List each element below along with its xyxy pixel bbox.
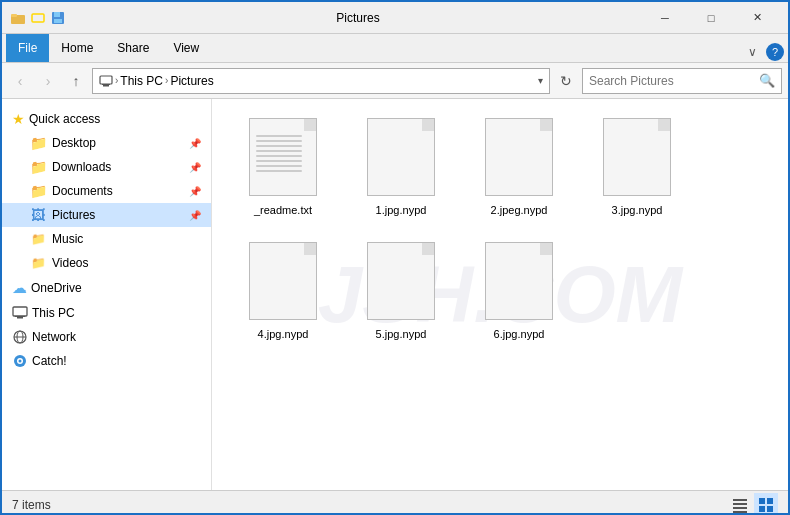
file-icon-page (249, 118, 317, 196)
file-icon (601, 118, 673, 198)
sidebar-network-label: Network (32, 330, 76, 344)
sidebar-item-documents[interactable]: 📁 Documents 📌 (2, 179, 211, 203)
sidebar-onedrive-label: OneDrive (31, 281, 82, 295)
sidebar-catch-label: Catch! (32, 354, 67, 368)
ribbon-help-button[interactable]: ? (766, 43, 784, 61)
this-pc-icon (12, 305, 28, 321)
sidebar-videos-label: Videos (52, 256, 88, 270)
ribbon-tabs: File Home Share View ∨ ? (2, 34, 788, 62)
grid-view-button[interactable] (754, 493, 778, 516)
file-icon (247, 242, 319, 322)
file-icon (247, 118, 319, 198)
file-item[interactable]: 1.jpg.nypd (346, 109, 456, 225)
svg-rect-23 (767, 498, 773, 504)
tab-view[interactable]: View (161, 34, 211, 62)
path-sep-1: › (115, 75, 118, 86)
file-item[interactable]: 3.jpg.nypd (582, 109, 692, 225)
desktop-folder-icon: 📁 (30, 135, 46, 151)
address-path[interactable]: › This PC › Pictures ▾ (92, 68, 550, 94)
sidebar-item-pictures[interactable]: 🖼 Pictures 📌 (2, 203, 211, 227)
up-button[interactable]: ↑ (64, 69, 88, 93)
tab-share[interactable]: Share (105, 34, 161, 62)
file-icon-page (603, 118, 671, 196)
catch-icon (12, 353, 28, 369)
file-item[interactable]: 6.jpg.nypd (464, 233, 574, 349)
file-item[interactable]: 5.jpg.nypd (346, 233, 456, 349)
sidebar-this-pc-label: This PC (32, 306, 75, 320)
svg-rect-4 (54, 12, 60, 17)
svg-point-17 (19, 360, 22, 363)
downloads-pin-icon: 📌 (189, 162, 201, 173)
svg-rect-21 (733, 511, 747, 513)
file-line (256, 150, 302, 152)
svg-rect-7 (103, 85, 109, 87)
ribbon-chevron-icon[interactable]: ∨ (742, 42, 762, 62)
sidebar-documents-label: Documents (52, 184, 113, 198)
svg-rect-1 (11, 14, 17, 17)
view-controls (728, 493, 778, 516)
file-icon-page (485, 118, 553, 196)
refresh-button[interactable]: ↻ (554, 69, 578, 93)
path-sep-2: › (165, 75, 168, 86)
item-count: 7 items (12, 498, 51, 512)
tab-home[interactable]: Home (49, 34, 105, 62)
file-item[interactable]: _readme.txt (228, 109, 338, 225)
file-icon (365, 242, 437, 322)
documents-pin-icon: 📌 (189, 186, 201, 197)
file-icon-page (367, 242, 435, 320)
window-title: Pictures (74, 11, 642, 25)
sidebar-item-downloads[interactable]: 📁 Downloads 📌 (2, 155, 211, 179)
list-view-button[interactable] (728, 493, 752, 516)
file-icon (483, 118, 555, 198)
close-button[interactable]: ✕ (734, 2, 780, 34)
videos-folder-icon: 📁 (30, 255, 46, 271)
maximize-button[interactable]: □ (688, 2, 734, 34)
file-line (256, 140, 302, 142)
file-area: JSH.COM _readme.txt 1.jpg.nypd 2.jpeg.ny… (212, 99, 788, 490)
sidebar-item-network[interactable]: Network (2, 325, 211, 349)
file-label: _readme.txt (254, 204, 312, 216)
svg-rect-2 (32, 14, 44, 22)
svg-rect-22 (759, 498, 765, 504)
path-this-pc[interactable]: This PC (120, 74, 163, 88)
address-bar: ‹ › ↑ › This PC › Pictures ▾ ↻ 🔍 (2, 63, 788, 99)
tab-file[interactable]: File (6, 34, 49, 62)
file-line (256, 135, 302, 137)
network-icon (12, 329, 28, 345)
svg-rect-9 (13, 307, 27, 316)
file-icon-lines (256, 135, 302, 172)
file-item[interactable]: 2.jpeg.nypd (464, 109, 574, 225)
quick-access-star-icon: ★ (12, 111, 25, 127)
sidebar-downloads-label: Downloads (52, 160, 111, 174)
sidebar-item-desktop[interactable]: 📁 Desktop 📌 (2, 131, 211, 155)
file-icon-page (249, 242, 317, 320)
svg-rect-18 (733, 499, 747, 501)
sidebar-item-catch[interactable]: Catch! (2, 349, 211, 373)
sidebar-desktop-label: Desktop (52, 136, 96, 150)
sidebar-pictures-label: Pictures (52, 208, 95, 222)
desktop-pin-icon: 📌 (189, 138, 201, 149)
sidebar-section-quick-access[interactable]: ★ Quick access (2, 107, 211, 131)
onedrive-cloud-icon: ☁ (12, 279, 27, 297)
app-icon-folder (10, 10, 26, 26)
search-icon[interactable]: 🔍 (759, 73, 775, 88)
pictures-folder-icon: 🖼 (30, 207, 46, 223)
sidebar-item-this-pc[interactable]: This PC (2, 301, 211, 325)
main-area: ★ Quick access 📁 Desktop 📌 📁 Downloads 📌… (2, 99, 788, 490)
sidebar-item-videos[interactable]: 📁 Videos (2, 251, 211, 275)
svg-rect-19 (733, 503, 747, 505)
sidebar-quick-access-label: Quick access (29, 112, 100, 126)
search-box[interactable]: 🔍 (582, 68, 782, 94)
path-dropdown-icon[interactable]: ▾ (538, 75, 543, 86)
app-icon-undo (30, 10, 46, 26)
svg-rect-10 (17, 317, 23, 319)
minimize-button[interactable]: ─ (642, 2, 688, 34)
forward-button[interactable]: › (36, 69, 60, 93)
search-input[interactable] (589, 74, 755, 88)
sidebar-item-music[interactable]: 📁 Music (2, 227, 211, 251)
file-item[interactable]: 4.jpg.nypd (228, 233, 338, 349)
sidebar-item-onedrive[interactable]: ☁ OneDrive (2, 275, 211, 301)
path-pictures[interactable]: Pictures (170, 74, 213, 88)
back-button[interactable]: ‹ (8, 69, 32, 93)
documents-folder-icon: 📁 (30, 183, 46, 199)
